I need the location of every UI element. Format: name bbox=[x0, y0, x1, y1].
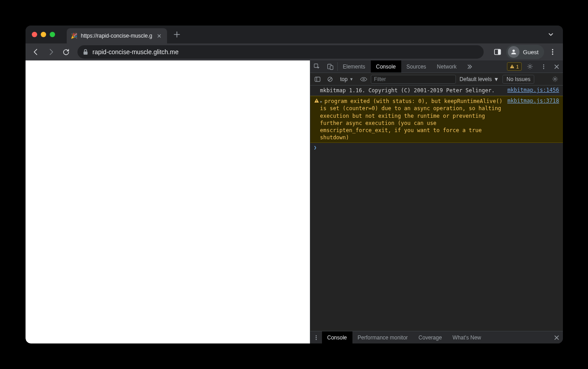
tabs: 🎉 https://rapid-concise-muscle.g ✕ bbox=[67, 26, 167, 43]
toolbar-right: Guest bbox=[488, 45, 559, 59]
profile-button[interactable]: Guest bbox=[506, 45, 544, 59]
tab-sources[interactable]: Sources bbox=[401, 60, 432, 73]
drawer-tab-console[interactable]: Console bbox=[322, 331, 352, 343]
svg-point-15 bbox=[543, 68, 544, 69]
devtools-settings-button[interactable] bbox=[524, 60, 537, 73]
svg-point-14 bbox=[543, 66, 544, 67]
svg-rect-16 bbox=[315, 77, 320, 82]
page-viewport[interactable] bbox=[26, 60, 310, 343]
svg-point-4 bbox=[552, 49, 553, 51]
close-window-button[interactable] bbox=[32, 32, 37, 37]
console-log-row[interactable]: ▸program exited (with status: 0), but ke… bbox=[310, 96, 563, 143]
tab-network[interactable]: Network bbox=[432, 60, 462, 73]
svg-point-21 bbox=[554, 78, 556, 80]
console-log-row[interactable]: mkbitmap 1.16. Copyright (C) 2001-2019 P… bbox=[310, 86, 563, 96]
prompt-icon: ❯ bbox=[314, 145, 317, 150]
svg-point-26 bbox=[315, 339, 316, 339]
avatar-icon bbox=[508, 46, 519, 58]
console-filter-input[interactable] bbox=[371, 75, 456, 84]
back-button[interactable] bbox=[29, 45, 43, 59]
tab-search-button[interactable] bbox=[542, 31, 559, 38]
devtools-close-button[interactable] bbox=[550, 60, 563, 73]
context-selector[interactable]: top ▼ bbox=[337, 75, 357, 84]
tab-favicon-icon: 🎉 bbox=[71, 33, 77, 39]
svg-rect-11 bbox=[512, 67, 512, 68]
log-source-link[interactable]: mkbitmap.js:3718 bbox=[507, 98, 559, 104]
svg-point-5 bbox=[552, 51, 553, 53]
minimize-window-button[interactable] bbox=[41, 32, 46, 37]
chevron-down-icon: ▼ bbox=[349, 77, 353, 82]
drawer-tab-performance-monitor[interactable]: Performance monitor bbox=[352, 331, 413, 343]
console-sidebar-toggle[interactable] bbox=[312, 76, 323, 82]
device-toolbar-button[interactable] bbox=[324, 60, 337, 73]
svg-point-20 bbox=[363, 78, 365, 80]
forward-button[interactable] bbox=[44, 45, 58, 59]
svg-rect-10 bbox=[512, 66, 512, 67]
chrome-menu-button[interactable] bbox=[546, 45, 559, 59]
live-expression-button[interactable] bbox=[358, 77, 369, 82]
warning-icon bbox=[510, 64, 515, 69]
warnings-count: 1 bbox=[516, 64, 519, 69]
svg-point-25 bbox=[315, 337, 316, 338]
console-log-area[interactable]: mkbitmap 1.16. Copyright (C) 2001-2019 P… bbox=[310, 86, 563, 331]
new-tab-button[interactable] bbox=[171, 28, 183, 41]
svg-point-13 bbox=[543, 64, 544, 65]
svg-rect-2 bbox=[498, 49, 501, 55]
side-panel-button[interactable] bbox=[491, 45, 504, 59]
svg-point-6 bbox=[552, 54, 553, 55]
address-bar[interactable]: rapid-concise-muscle.glitch.me bbox=[77, 45, 484, 59]
devtools-menu-button[interactable] bbox=[537, 60, 550, 73]
svg-rect-22 bbox=[316, 100, 317, 101]
context-label: top bbox=[340, 76, 348, 82]
levels-label: Default levels bbox=[459, 76, 492, 82]
browser-tab[interactable]: 🎉 https://rapid-concise-muscle.g ✕ bbox=[67, 28, 167, 43]
browser-window: 🎉 https://rapid-concise-muscle.g ✕ ra bbox=[26, 26, 563, 343]
console-toolbar: top ▼ Default levels ▼ No Issues bbox=[310, 73, 563, 86]
inspect-element-button[interactable] bbox=[310, 60, 324, 73]
tab-close-button[interactable]: ✕ bbox=[156, 33, 163, 39]
log-message: mkbitmap 1.16. Copyright (C) 2001-2019 P… bbox=[320, 87, 507, 94]
profile-label: Guest bbox=[523, 49, 539, 56]
drawer-tab-whats-new[interactable]: What's New bbox=[447, 331, 487, 343]
url-text: rapid-concise-muscle.glitch.me bbox=[93, 48, 179, 56]
maximize-window-button[interactable] bbox=[50, 32, 55, 37]
tab-bar: 🎉 https://rapid-concise-muscle.g ✕ bbox=[26, 26, 563, 43]
svg-rect-7 bbox=[314, 64, 318, 67]
svg-rect-0 bbox=[83, 51, 87, 55]
tab-console[interactable]: Console bbox=[371, 60, 401, 73]
log-source-link[interactable]: mkbitmap.js:1456 bbox=[507, 87, 559, 93]
window-controls bbox=[29, 32, 59, 37]
svg-line-19 bbox=[328, 77, 331, 81]
svg-point-3 bbox=[512, 50, 515, 52]
drawer-menu-button[interactable] bbox=[310, 331, 322, 343]
tab-title: https://rapid-concise-muscle.g bbox=[81, 33, 152, 39]
svg-point-24 bbox=[315, 335, 316, 336]
devtools-tabs: Elements Console Sources Network 1 bbox=[310, 60, 563, 73]
tab-elements[interactable]: Elements bbox=[338, 60, 371, 73]
chevron-down-icon: ▼ bbox=[494, 76, 499, 82]
drawer-tab-coverage[interactable]: Coverage bbox=[413, 331, 447, 343]
expand-icon[interactable]: ▸ bbox=[320, 99, 323, 104]
lock-icon bbox=[83, 49, 88, 55]
svg-rect-23 bbox=[316, 102, 317, 102]
clear-console-button[interactable] bbox=[325, 76, 335, 82]
log-levels-selector[interactable]: Default levels ▼ bbox=[458, 75, 501, 83]
issues-button[interactable]: No Issues bbox=[502, 75, 534, 84]
svg-rect-9 bbox=[330, 65, 333, 69]
console-settings-button[interactable] bbox=[549, 76, 561, 82]
reload-button[interactable] bbox=[60, 45, 73, 59]
svg-point-12 bbox=[529, 65, 531, 68]
toolbar: rapid-concise-muscle.glitch.me Guest bbox=[26, 43, 563, 60]
log-message: ▸program exited (with status: 0), but ke… bbox=[320, 98, 507, 141]
devtools-drawer: Console Performance monitor Coverage Wha… bbox=[310, 331, 563, 343]
warnings-badge[interactable]: 1 bbox=[507, 62, 521, 71]
more-tabs-button[interactable] bbox=[462, 60, 476, 73]
devtools-panel: Elements Console Sources Network 1 bbox=[310, 60, 563, 343]
drawer-close-button[interactable] bbox=[550, 331, 563, 343]
main-split: Elements Console Sources Network 1 bbox=[26, 60, 563, 343]
warning-icon bbox=[314, 98, 319, 103]
console-input[interactable]: ❯ bbox=[310, 143, 563, 152]
